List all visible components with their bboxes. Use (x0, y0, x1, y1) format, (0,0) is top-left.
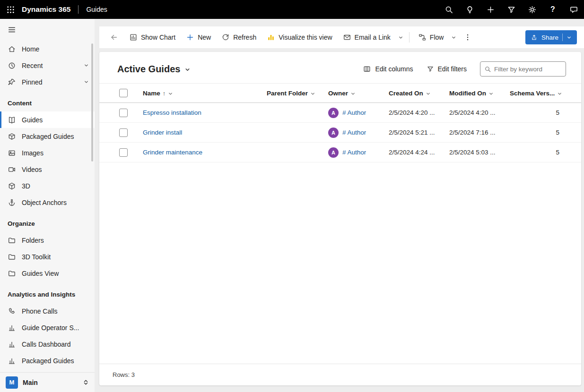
sidebar-item-label: Packaged Guides (22, 133, 89, 140)
sidebar-item-label: Pinned (22, 78, 78, 86)
collapse-nav-button[interactable] (0, 19, 95, 41)
owner-cell: A # Author (328, 128, 389, 138)
quick-create-button[interactable] (480, 0, 501, 19)
email-link-label: Email a Link (355, 34, 391, 41)
environment-picker[interactable]: M Main (0, 372, 95, 392)
column-header-owner[interactable]: Owner (328, 90, 389, 97)
sidebar-item-label: Recent (22, 62, 78, 69)
hamburger-icon (8, 26, 16, 34)
main-content: Show Chart New Refresh Visualize this vi… (95, 19, 584, 392)
insights-button[interactable] (459, 0, 480, 19)
app-launcher-button[interactable] (0, 0, 21, 19)
flow-button[interactable]: Flow (413, 29, 449, 45)
avatar[interactable]: A (328, 147, 339, 158)
table-row[interactable]: Espresso installation A # Author 2/5/202… (99, 103, 581, 123)
owner-link[interactable]: # Author (342, 149, 366, 156)
view-title: Active Guides (117, 64, 180, 75)
back-button[interactable] (106, 29, 122, 45)
command-bar: Show Chart New Refresh Visualize this vi… (99, 26, 584, 48)
guide-name-link[interactable]: Espresso installation (143, 109, 267, 116)
share-icon (531, 34, 538, 41)
owner-link[interactable]: # Author (342, 109, 366, 116)
sidebar-item-label: Images (22, 149, 89, 157)
sidebar-item-home[interactable]: Home (0, 41, 95, 57)
new-button[interactable]: New (181, 29, 216, 45)
search-icon (484, 66, 491, 73)
section-heading-organize: Organize (0, 211, 95, 232)
refresh-button[interactable]: Refresh (216, 29, 261, 45)
sidebar-item-calls-dashboard[interactable]: Calls Dashboard (0, 336, 95, 352)
sidebar-item-3d[interactable]: 3D (0, 178, 95, 194)
sidebar-item-phone-calls[interactable]: Phone Calls (0, 303, 95, 319)
sidebar-item-folders[interactable]: Folders (0, 232, 95, 248)
columns-icon (363, 65, 371, 73)
share-button[interactable]: Share (525, 30, 577, 44)
column-header-parent-folder[interactable]: Parent Folder (267, 90, 328, 97)
email-link-button[interactable]: Email a Link (338, 29, 396, 45)
email-link-dropdown-button[interactable] (396, 29, 406, 45)
sidebar-item-images[interactable]: Images (0, 145, 95, 161)
keyword-filter-input[interactable] (494, 66, 562, 73)
grid-empty-area (99, 162, 581, 364)
sidebar-item-pinned[interactable]: Pinned (0, 74, 95, 90)
search-button[interactable] (438, 0, 459, 19)
more-commands-button[interactable] (459, 29, 477, 45)
environment-label: Main (23, 379, 78, 386)
guide-name-link[interactable]: Grinder maintenance (143, 149, 267, 156)
row-checkbox[interactable] (119, 128, 128, 137)
sidebar-item-recent[interactable]: Recent (0, 57, 95, 74)
sidebar-item-packaged-guides-dashboard[interactable]: Packaged Guides (0, 352, 95, 369)
modified-on-cell: 2/5/2024 5:03 ... (449, 149, 510, 156)
select-all-checkbox[interactable] (119, 89, 128, 97)
column-header-modified-on[interactable]: Modified On (449, 90, 510, 97)
avatar[interactable]: A (328, 108, 339, 118)
mail-icon (343, 33, 351, 42)
keyword-filter-box (480, 61, 566, 77)
flow-dropdown-button[interactable] (449, 29, 459, 45)
flow-label: Flow (430, 34, 444, 41)
row-checkbox[interactable] (119, 109, 128, 117)
feedback-button[interactable] (563, 0, 584, 19)
sidebar-item-guide-operator[interactable]: Guide Operator S... (0, 319, 95, 336)
chevron-down-icon (451, 35, 456, 40)
sidebar-item-label: Phone Calls (22, 307, 89, 315)
sidebar-item-object-anchors[interactable]: Object Anchors (0, 194, 95, 211)
sidebar-item-guides[interactable]: Guides (0, 111, 95, 128)
view-selector[interactable]: Active Guides (117, 64, 191, 75)
sidebar-item-guides-view[interactable]: Guides View (0, 265, 95, 281)
schema-version-cell: 5 (510, 109, 566, 116)
help-icon: ? (550, 5, 555, 14)
column-header-schema-version[interactable]: Schema Vers... (510, 90, 562, 97)
waffle-icon (6, 5, 15, 14)
table-row[interactable]: Grinder maintenance A # Author 2/5/2024 … (99, 143, 581, 162)
show-chart-button[interactable]: Show Chart (124, 29, 181, 45)
sidebar-item-videos[interactable]: Videos (0, 161, 95, 178)
edit-columns-button[interactable]: Edit columns (363, 65, 413, 73)
advanced-filter-button[interactable] (501, 0, 522, 19)
table-row[interactable]: Grinder install A # Author 2/5/2024 5:21… (99, 123, 581, 143)
settings-button[interactable] (522, 0, 542, 19)
row-count: Rows: 3 (113, 371, 135, 378)
sidebar-scrollbar[interactable] (91, 43, 93, 162)
column-header-created-on[interactable]: Created On (389, 90, 449, 97)
column-label: Schema Vers... (510, 90, 555, 97)
column-header-name[interactable]: Name ↑ (143, 90, 267, 97)
avatar[interactable]: A (328, 128, 339, 138)
row-checkbox[interactable] (119, 148, 128, 157)
book-icon (8, 116, 16, 124)
sidebar-item-label: Guides (22, 116, 89, 124)
sidebar-item-3d-toolkit[interactable]: 3D Toolkit (0, 248, 95, 265)
edit-filters-label: Edit filters (438, 65, 467, 73)
visualize-view-button[interactable]: Visualize this view (261, 29, 337, 45)
view-header: Active Guides Edit columns Edit filters (99, 52, 581, 83)
grid-status-bar: Rows: 3 (99, 364, 581, 385)
filter-icon (427, 65, 434, 73)
owner-link[interactable]: # Author (342, 129, 366, 136)
plus-icon (186, 33, 194, 42)
search-icon (445, 5, 453, 14)
app-name: Guides (86, 6, 107, 13)
help-button[interactable]: ? (542, 0, 563, 19)
guide-name-link[interactable]: Grinder install (143, 129, 267, 136)
edit-filters-button[interactable]: Edit filters (427, 65, 467, 73)
sidebar-item-packaged-guides[interactable]: Packaged Guides (0, 128, 95, 145)
